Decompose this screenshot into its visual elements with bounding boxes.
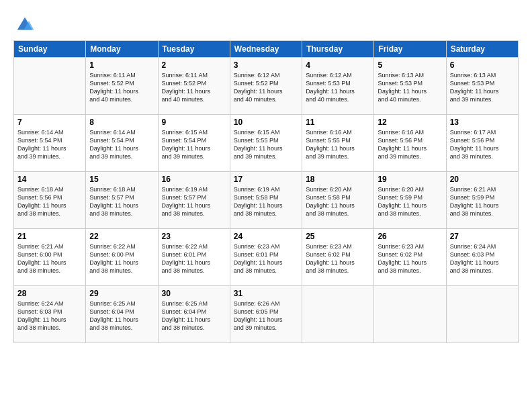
weekday-header: Saturday bbox=[446, 41, 518, 58]
cell-info: Sunrise: 6:18 AM Sunset: 5:56 PM Dayligh… bbox=[17, 185, 82, 218]
calendar-week-row: 7Sunrise: 6:14 AM Sunset: 5:54 PM Daylig… bbox=[14, 115, 519, 172]
day-number: 3 bbox=[234, 60, 298, 70]
day-number: 8 bbox=[89, 118, 154, 127]
calendar-cell: 28Sunrise: 6:24 AM Sunset: 6:03 PM Dayli… bbox=[14, 286, 86, 343]
day-number: 24 bbox=[234, 232, 298, 241]
calendar-cell: 7Sunrise: 6:14 AM Sunset: 5:54 PM Daylig… bbox=[14, 115, 86, 172]
calendar-cell: 27Sunrise: 6:24 AM Sunset: 6:03 PM Dayli… bbox=[446, 229, 518, 286]
cell-info: Sunrise: 6:26 AM Sunset: 6:05 PM Dayligh… bbox=[234, 300, 298, 332]
calendar-cell: 2Sunrise: 6:11 AM Sunset: 5:52 PM Daylig… bbox=[158, 58, 230, 115]
calendar-cell: 12Sunrise: 6:16 AM Sunset: 5:56 PM Dayli… bbox=[374, 115, 446, 172]
calendar-week-row: 28Sunrise: 6:24 AM Sunset: 6:03 PM Dayli… bbox=[14, 286, 519, 343]
cell-info: Sunrise: 6:24 AM Sunset: 6:03 PM Dayligh… bbox=[450, 242, 515, 275]
day-number: 17 bbox=[234, 175, 298, 184]
calendar-cell: 31Sunrise: 6:26 AM Sunset: 6:05 PM Dayli… bbox=[230, 286, 302, 343]
day-number: 15 bbox=[89, 175, 154, 184]
calendar-cell: 10Sunrise: 6:15 AM Sunset: 5:55 PM Dayli… bbox=[230, 115, 302, 172]
cell-info: Sunrise: 6:20 AM Sunset: 5:59 PM Dayligh… bbox=[378, 185, 442, 218]
cell-info: Sunrise: 6:19 AM Sunset: 5:57 PM Dayligh… bbox=[162, 185, 226, 218]
cell-info: Sunrise: 6:13 AM Sunset: 5:53 PM Dayligh… bbox=[450, 71, 515, 104]
day-number: 29 bbox=[89, 289, 154, 298]
day-number: 31 bbox=[234, 289, 298, 298]
cell-info: Sunrise: 6:17 AM Sunset: 5:56 PM Dayligh… bbox=[450, 128, 515, 161]
day-number: 16 bbox=[162, 175, 226, 184]
calendar-cell: 26Sunrise: 6:23 AM Sunset: 6:02 PM Dayli… bbox=[374, 229, 446, 286]
cell-info: Sunrise: 6:25 AM Sunset: 6:04 PM Dayligh… bbox=[89, 300, 154, 332]
calendar-cell: 4Sunrise: 6:12 AM Sunset: 5:53 PM Daylig… bbox=[302, 58, 374, 115]
cell-info: Sunrise: 6:21 AM Sunset: 6:00 PM Dayligh… bbox=[17, 242, 82, 275]
calendar-cell: 23Sunrise: 6:22 AM Sunset: 6:01 PM Dayli… bbox=[158, 229, 230, 286]
logo-icon bbox=[15, 13, 35, 34]
cell-info: Sunrise: 6:15 AM Sunset: 5:55 PM Dayligh… bbox=[234, 128, 298, 161]
weekday-header: Thursday bbox=[302, 41, 374, 58]
calendar-cell: 13Sunrise: 6:17 AM Sunset: 5:56 PM Dayli… bbox=[446, 115, 518, 172]
weekday-header: Tuesday bbox=[158, 41, 230, 58]
day-number: 12 bbox=[378, 118, 442, 127]
day-number: 23 bbox=[162, 232, 226, 241]
cell-info: Sunrise: 6:13 AM Sunset: 5:53 PM Dayligh… bbox=[378, 71, 442, 104]
cell-info: Sunrise: 6:14 AM Sunset: 5:54 PM Dayligh… bbox=[89, 128, 154, 161]
calendar-cell bbox=[14, 58, 86, 115]
calendar-week-row: 1Sunrise: 6:11 AM Sunset: 5:52 PM Daylig… bbox=[14, 58, 519, 115]
cell-info: Sunrise: 6:16 AM Sunset: 5:56 PM Dayligh… bbox=[378, 128, 442, 161]
calendar-cell: 14Sunrise: 6:18 AM Sunset: 5:56 PM Dayli… bbox=[14, 172, 86, 229]
day-number: 1 bbox=[89, 60, 154, 70]
cell-info: Sunrise: 6:16 AM Sunset: 5:55 PM Dayligh… bbox=[306, 128, 370, 161]
cell-info: Sunrise: 6:25 AM Sunset: 6:04 PM Dayligh… bbox=[162, 300, 226, 332]
weekday-header: Friday bbox=[374, 41, 446, 58]
cell-info: Sunrise: 6:12 AM Sunset: 5:52 PM Dayligh… bbox=[234, 71, 298, 104]
cell-info: Sunrise: 6:12 AM Sunset: 5:53 PM Dayligh… bbox=[306, 71, 370, 104]
calendar-cell: 3Sunrise: 6:12 AM Sunset: 5:52 PM Daylig… bbox=[230, 58, 302, 115]
calendar-cell: 22Sunrise: 6:22 AM Sunset: 6:00 PM Dayli… bbox=[86, 229, 158, 286]
cell-info: Sunrise: 6:19 AM Sunset: 5:58 PM Dayligh… bbox=[234, 185, 298, 218]
cell-info: Sunrise: 6:22 AM Sunset: 6:01 PM Dayligh… bbox=[162, 242, 226, 275]
calendar-week-row: 14Sunrise: 6:18 AM Sunset: 5:56 PM Dayli… bbox=[14, 172, 519, 229]
cell-info: Sunrise: 6:23 AM Sunset: 6:02 PM Dayligh… bbox=[378, 242, 442, 275]
day-number: 27 bbox=[450, 232, 515, 241]
logo bbox=[13, 13, 35, 34]
weekday-header: Sunday bbox=[14, 41, 86, 58]
cell-info: Sunrise: 6:23 AM Sunset: 6:02 PM Dayligh… bbox=[306, 242, 370, 275]
cell-info: Sunrise: 6:20 AM Sunset: 5:58 PM Dayligh… bbox=[306, 185, 370, 218]
day-number: 13 bbox=[450, 118, 515, 127]
cell-info: Sunrise: 6:24 AM Sunset: 6:03 PM Dayligh… bbox=[17, 300, 82, 332]
calendar-cell: 20Sunrise: 6:21 AM Sunset: 5:59 PM Dayli… bbox=[446, 172, 518, 229]
calendar-cell: 11Sunrise: 6:16 AM Sunset: 5:55 PM Dayli… bbox=[302, 115, 374, 172]
day-number: 2 bbox=[162, 60, 226, 70]
weekday-header-row: SundayMondayTuesdayWednesdayThursdayFrid… bbox=[14, 41, 519, 58]
day-number: 19 bbox=[378, 175, 442, 184]
calendar-week-row: 21Sunrise: 6:21 AM Sunset: 6:00 PM Dayli… bbox=[14, 229, 519, 286]
calendar-cell: 9Sunrise: 6:15 AM Sunset: 5:54 PM Daylig… bbox=[158, 115, 230, 172]
calendar-cell: 25Sunrise: 6:23 AM Sunset: 6:02 PM Dayli… bbox=[302, 229, 374, 286]
day-number: 30 bbox=[162, 289, 226, 298]
weekday-header: Wednesday bbox=[230, 41, 302, 58]
weekday-header: Monday bbox=[86, 41, 158, 58]
calendar-cell: 5Sunrise: 6:13 AM Sunset: 5:53 PM Daylig… bbox=[374, 58, 446, 115]
calendar-table: SundayMondayTuesdayWednesdayThursdayFrid… bbox=[13, 40, 519, 343]
calendar-cell: 8Sunrise: 6:14 AM Sunset: 5:54 PM Daylig… bbox=[86, 115, 158, 172]
calendar-cell: 17Sunrise: 6:19 AM Sunset: 5:58 PM Dayli… bbox=[230, 172, 302, 229]
day-number: 22 bbox=[89, 232, 154, 241]
day-number: 25 bbox=[306, 232, 370, 241]
cell-info: Sunrise: 6:14 AM Sunset: 5:54 PM Dayligh… bbox=[17, 128, 82, 161]
day-number: 6 bbox=[450, 60, 515, 70]
day-number: 4 bbox=[306, 60, 370, 70]
calendar-cell: 6Sunrise: 6:13 AM Sunset: 5:53 PM Daylig… bbox=[446, 58, 518, 115]
cell-info: Sunrise: 6:11 AM Sunset: 5:52 PM Dayligh… bbox=[89, 71, 154, 104]
calendar-cell bbox=[446, 286, 518, 343]
calendar-cell: 16Sunrise: 6:19 AM Sunset: 5:57 PM Dayli… bbox=[158, 172, 230, 229]
day-number: 9 bbox=[162, 118, 226, 127]
day-number: 10 bbox=[234, 118, 298, 127]
day-number: 20 bbox=[450, 175, 515, 184]
day-number: 21 bbox=[17, 232, 82, 241]
calendar-cell: 29Sunrise: 6:25 AM Sunset: 6:04 PM Dayli… bbox=[86, 286, 158, 343]
day-number: 11 bbox=[306, 118, 370, 127]
calendar-cell: 30Sunrise: 6:25 AM Sunset: 6:04 PM Dayli… bbox=[158, 286, 230, 343]
calendar-cell: 21Sunrise: 6:21 AM Sunset: 6:00 PM Dayli… bbox=[14, 229, 86, 286]
calendar-cell bbox=[302, 286, 374, 343]
calendar-cell: 15Sunrise: 6:18 AM Sunset: 5:57 PM Dayli… bbox=[86, 172, 158, 229]
cell-info: Sunrise: 6:15 AM Sunset: 5:54 PM Dayligh… bbox=[162, 128, 226, 161]
day-number: 7 bbox=[17, 118, 82, 127]
day-number: 18 bbox=[306, 175, 370, 184]
day-number: 5 bbox=[378, 60, 442, 70]
